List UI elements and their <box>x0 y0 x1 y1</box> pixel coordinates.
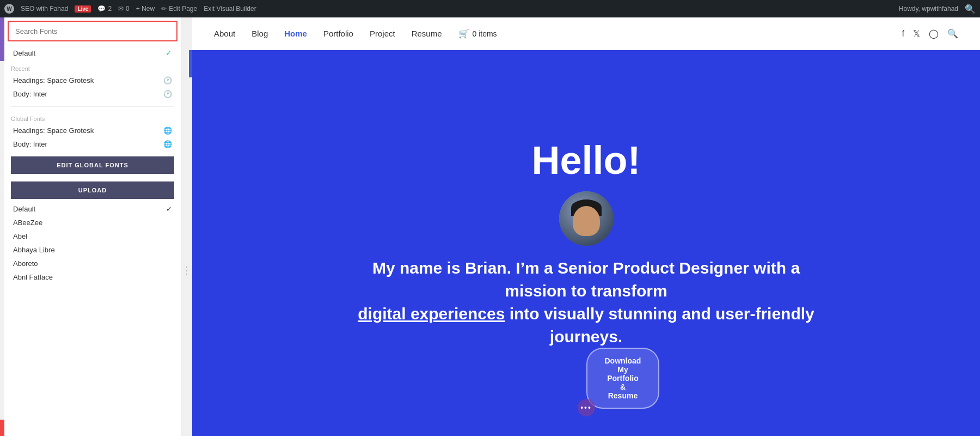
font-list-item-default[interactable]: Default ✓ <box>11 202 174 216</box>
font-list-area: Default ✓ ABeeZee Abel Abhaya Libre Abor… <box>4 202 181 436</box>
cart-count: 0 items <box>473 29 497 38</box>
font-list-item-abhaya-libre[interactable]: Abhaya Libre <box>11 243 174 257</box>
nav-link-blog[interactable]: Blog <box>252 29 268 38</box>
font-panel: Default ✓ Recent Headings: Space Grotesk… <box>4 17 181 436</box>
instagram-icon[interactable]: ◯ <box>929 28 939 39</box>
cart-icon: 🛒 <box>458 28 469 39</box>
globe-icon: 🌐 <box>163 126 172 135</box>
search-fonts-input[interactable] <box>15 27 170 35</box>
hero-title: Hello! <box>531 138 640 183</box>
font-global-section: Global Fonts Headings: Space Grotesk 🌐 B… <box>4 111 181 152</box>
font-item-body-inter-recent[interactable]: Body: Inter 🕐 <box>11 87 174 101</box>
font-search-area <box>8 21 177 41</box>
hero-description: My name is Brian. I’m a Senior Product D… <box>341 257 831 348</box>
search-icon[interactable]: 🔍 <box>965 4 976 14</box>
nav-link-home[interactable]: Home <box>284 29 307 38</box>
messages-count[interactable]: ✉0 <box>118 5 130 13</box>
dots-icon: ••• <box>580 403 592 412</box>
content-area: About Blog Home Portfolio Project Resume… <box>192 17 980 436</box>
recent-label: Recent <box>11 65 174 72</box>
nav-link-resume[interactable]: Resume <box>412 29 442 38</box>
site-name[interactable]: SEO with Fahad <box>21 5 68 13</box>
nav-link-portfolio[interactable]: Portfolio <box>323 29 353 38</box>
accent-purple <box>0 17 4 61</box>
globe-icon-2: 🌐 <box>163 140 172 148</box>
check-icon-list: ✓ <box>166 205 172 213</box>
wp-logo-icon[interactable]: W <box>4 4 14 14</box>
search-nav-icon[interactable]: 🔍 <box>947 28 958 39</box>
font-item-body-inter-global[interactable]: Body: Inter 🌐 <box>11 137 174 151</box>
font-recent-section: Recent Headings: Space Grotesk 🕐 Body: I… <box>4 61 181 102</box>
twitter-icon[interactable]: 𝕏 <box>913 28 920 39</box>
font-list-item-abril-fatface[interactable]: Abril Fatface <box>11 270 174 284</box>
clock-icon-2: 🕐 <box>163 90 172 98</box>
check-icon: ✓ <box>166 49 172 57</box>
howdy-text: Howdy, wpwithfahad <box>899 5 958 13</box>
exit-visual-builder-button[interactable]: Exit Visual Builder <box>204 5 256 13</box>
panel-right-accent: ⋮ <box>181 17 192 436</box>
font-list-item-abeezee[interactable]: ABeeZee <box>11 216 174 229</box>
avatar-face <box>573 206 600 236</box>
upload-button[interactable]: UPLOAD <box>11 181 174 199</box>
cart-area[interactable]: 🛒 0 items <box>458 28 497 39</box>
font-item-default[interactable]: Default ✓ <box>11 46 174 60</box>
hero-section: Hello! My name is Brian. I’m a Senior Pr… <box>192 50 980 436</box>
comments-count[interactable]: 💬2 <box>97 5 112 13</box>
panel-vertical-dots[interactable]: ⋮ <box>182 264 192 276</box>
clock-icon: 🕐 <box>163 76 172 84</box>
download-button[interactable]: Download My Portfolio & Resume <box>586 348 660 409</box>
nav-links: About Blog Home Portfolio Project Resume… <box>214 28 497 39</box>
floating-dots-button[interactable]: ••• <box>578 399 595 416</box>
avatar <box>559 191 614 246</box>
nav-link-about[interactable]: About <box>214 29 235 38</box>
font-divider <box>11 106 174 107</box>
font-item-headings-space-grotesk-global[interactable]: Headings: Space Grotesk 🌐 <box>11 124 174 137</box>
facebook-icon[interactable]: f <box>902 29 904 39</box>
avatar-image <box>559 191 614 246</box>
font-item-headings-space-grotesk-recent[interactable]: Headings: Space Grotesk 🕐 <box>11 74 174 87</box>
font-list-item-abel[interactable]: Abel <box>11 229 174 243</box>
nav-link-project[interactable]: Project <box>370 29 395 38</box>
edit-page-button[interactable]: ✏Edit Page <box>161 5 197 13</box>
main-layout: Default ✓ Recent Headings: Space Grotesk… <box>0 17 980 436</box>
nav-bar: About Blog Home Portfolio Project Resume… <box>192 17 980 50</box>
live-badge: Live <box>75 5 91 13</box>
hero-description-link[interactable]: digital experiences <box>358 305 505 323</box>
font-list-item-aboreto[interactable]: Aboreto <box>11 257 174 270</box>
new-button[interactable]: + New <box>136 5 155 13</box>
nav-social: f 𝕏 ◯ 🔍 <box>902 28 958 39</box>
admin-bar: W SEO with Fahad Live 💬2 ✉0 + New ✏Edit … <box>0 0 980 17</box>
side-accent-left <box>0 17 4 436</box>
font-default-section: Default ✓ <box>4 45 181 61</box>
global-fonts-label: Global Fonts <box>11 116 174 122</box>
accent-red <box>0 420 4 436</box>
edit-global-fonts-button[interactable]: EDIT GLOBAL FONTS <box>11 156 174 174</box>
